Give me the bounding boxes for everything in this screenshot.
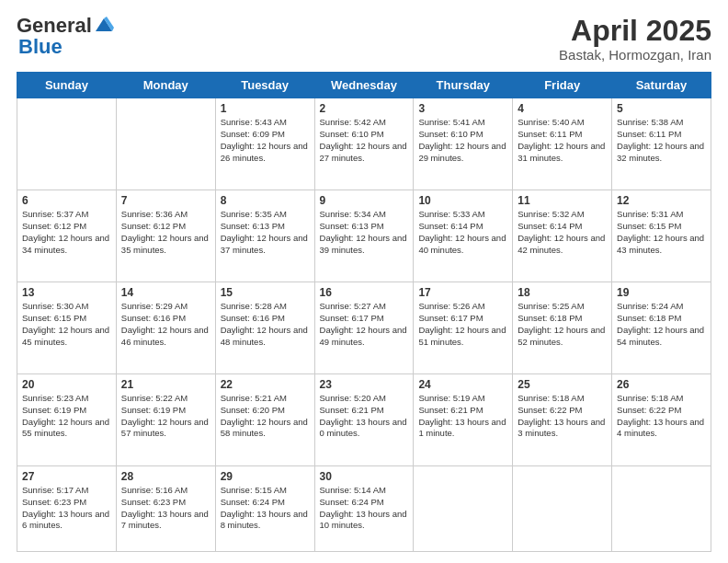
day-number: 23 xyxy=(320,378,409,391)
calendar-cell: 28Sunrise: 5:16 AM Sunset: 6:23 PM Dayli… xyxy=(116,466,215,552)
calendar-cell: 1Sunrise: 5:43 AM Sunset: 6:09 PM Daylig… xyxy=(215,98,314,190)
calendar-cell xyxy=(116,98,215,190)
calendar-cell xyxy=(17,98,117,190)
day-number: 11 xyxy=(518,194,607,207)
cell-info: Sunrise: 5:21 AM Sunset: 6:20 PM Dayligh… xyxy=(221,393,310,440)
calendar-cell: 11Sunrise: 5:32 AM Sunset: 6:14 PM Dayli… xyxy=(513,190,612,282)
day-number: 26 xyxy=(617,378,706,391)
calendar-header-row: SundayMondayTuesdayWednesdayThursdayFrid… xyxy=(17,73,711,98)
cell-info: Sunrise: 5:19 AM Sunset: 6:21 PM Dayligh… xyxy=(418,393,507,440)
calendar-header-sunday: Sunday xyxy=(17,73,117,98)
calendar-cell: 3Sunrise: 5:41 AM Sunset: 6:10 PM Daylig… xyxy=(414,98,513,190)
day-number: 28 xyxy=(121,470,210,483)
cell-info: Sunrise: 5:22 AM Sunset: 6:19 PM Dayligh… xyxy=(121,393,210,440)
cell-info: Sunrise: 5:36 AM Sunset: 6:12 PM Dayligh… xyxy=(121,209,210,256)
calendar-cell xyxy=(414,466,513,552)
calendar-header-friday: Friday xyxy=(513,73,612,98)
cell-info: Sunrise: 5:20 AM Sunset: 6:21 PM Dayligh… xyxy=(320,393,409,440)
calendar-cell: 25Sunrise: 5:18 AM Sunset: 6:22 PM Dayli… xyxy=(513,374,612,466)
calendar-cell xyxy=(513,466,612,552)
calendar-header-saturday: Saturday xyxy=(612,73,711,98)
day-number: 3 xyxy=(418,102,507,115)
day-number: 15 xyxy=(221,286,310,299)
calendar-week-3: 20Sunrise: 5:23 AM Sunset: 6:19 PM Dayli… xyxy=(17,374,711,466)
day-number: 8 xyxy=(221,194,310,207)
page: General Blue April 2025 Bastak, Hormozga… xyxy=(0,0,728,563)
day-number: 10 xyxy=(418,194,507,207)
day-number: 1 xyxy=(221,102,310,115)
day-number: 19 xyxy=(617,286,706,299)
calendar-cell: 30Sunrise: 5:14 AM Sunset: 6:24 PM Dayli… xyxy=(314,466,414,552)
calendar-cell: 21Sunrise: 5:22 AM Sunset: 6:19 PM Dayli… xyxy=(116,374,215,466)
calendar-header-thursday: Thursday xyxy=(414,73,513,98)
cell-info: Sunrise: 5:30 AM Sunset: 6:15 PM Dayligh… xyxy=(22,301,111,348)
calendar-cell: 19Sunrise: 5:24 AM Sunset: 6:18 PM Dayli… xyxy=(612,282,711,374)
calendar-cell: 7Sunrise: 5:36 AM Sunset: 6:12 PM Daylig… xyxy=(116,190,215,282)
calendar-cell: 20Sunrise: 5:23 AM Sunset: 6:19 PM Dayli… xyxy=(17,374,117,466)
calendar-cell: 6Sunrise: 5:37 AM Sunset: 6:12 PM Daylig… xyxy=(17,190,117,282)
calendar-cell: 16Sunrise: 5:27 AM Sunset: 6:17 PM Dayli… xyxy=(314,282,414,374)
calendar-cell: 14Sunrise: 5:29 AM Sunset: 6:16 PM Dayli… xyxy=(116,282,215,374)
day-number: 30 xyxy=(320,470,409,483)
cell-info: Sunrise: 5:18 AM Sunset: 6:22 PM Dayligh… xyxy=(518,393,607,440)
calendar-cell: 15Sunrise: 5:28 AM Sunset: 6:16 PM Dayli… xyxy=(215,282,314,374)
calendar-cell: 23Sunrise: 5:20 AM Sunset: 6:21 PM Dayli… xyxy=(314,374,414,466)
cell-info: Sunrise: 5:17 AM Sunset: 6:23 PM Dayligh… xyxy=(22,485,111,532)
calendar-cell: 27Sunrise: 5:17 AM Sunset: 6:23 PM Dayli… xyxy=(17,466,117,552)
cell-info: Sunrise: 5:26 AM Sunset: 6:17 PM Dayligh… xyxy=(418,301,507,348)
day-number: 27 xyxy=(22,470,111,483)
cell-info: Sunrise: 5:31 AM Sunset: 6:15 PM Dayligh… xyxy=(617,209,706,256)
day-number: 6 xyxy=(22,194,111,207)
cell-info: Sunrise: 5:29 AM Sunset: 6:16 PM Dayligh… xyxy=(121,301,210,348)
cell-info: Sunrise: 5:38 AM Sunset: 6:11 PM Dayligh… xyxy=(617,117,706,164)
calendar-week-2: 13Sunrise: 5:30 AM Sunset: 6:15 PM Dayli… xyxy=(17,282,711,374)
cell-info: Sunrise: 5:41 AM Sunset: 6:10 PM Dayligh… xyxy=(418,117,507,164)
logo-general-text: General xyxy=(17,16,92,36)
cell-info: Sunrise: 5:43 AM Sunset: 6:09 PM Dayligh… xyxy=(221,117,310,164)
day-number: 12 xyxy=(617,194,706,207)
cell-info: Sunrise: 5:27 AM Sunset: 6:17 PM Dayligh… xyxy=(320,301,409,348)
logo: General Blue xyxy=(17,15,114,57)
cell-info: Sunrise: 5:24 AM Sunset: 6:18 PM Dayligh… xyxy=(617,301,706,348)
calendar-cell: 18Sunrise: 5:25 AM Sunset: 6:18 PM Dayli… xyxy=(513,282,612,374)
cell-info: Sunrise: 5:14 AM Sunset: 6:24 PM Dayligh… xyxy=(320,485,409,532)
cell-info: Sunrise: 5:34 AM Sunset: 6:13 PM Dayligh… xyxy=(320,209,409,256)
calendar-cell: 24Sunrise: 5:19 AM Sunset: 6:21 PM Dayli… xyxy=(414,374,513,466)
calendar-cell: 22Sunrise: 5:21 AM Sunset: 6:20 PM Dayli… xyxy=(215,374,314,466)
cell-info: Sunrise: 5:23 AM Sunset: 6:19 PM Dayligh… xyxy=(22,393,111,440)
calendar-cell: 8Sunrise: 5:35 AM Sunset: 6:13 PM Daylig… xyxy=(215,190,314,282)
cell-info: Sunrise: 5:35 AM Sunset: 6:13 PM Dayligh… xyxy=(221,209,310,256)
cell-info: Sunrise: 5:40 AM Sunset: 6:11 PM Dayligh… xyxy=(518,117,607,164)
calendar-cell: 17Sunrise: 5:26 AM Sunset: 6:17 PM Dayli… xyxy=(414,282,513,374)
day-number: 13 xyxy=(22,286,111,299)
calendar-week-4: 27Sunrise: 5:17 AM Sunset: 6:23 PM Dayli… xyxy=(17,466,711,552)
month-title: April 2025 xyxy=(559,15,711,47)
cell-info: Sunrise: 5:18 AM Sunset: 6:22 PM Dayligh… xyxy=(617,393,706,440)
cell-info: Sunrise: 5:32 AM Sunset: 6:14 PM Dayligh… xyxy=(518,209,607,256)
header-right: April 2025 Bastak, Hormozgan, Iran xyxy=(559,15,711,63)
day-number: 25 xyxy=(518,378,607,391)
location: Bastak, Hormozgan, Iran xyxy=(559,47,711,63)
day-number: 14 xyxy=(121,286,210,299)
logo-blue-text: Blue xyxy=(18,37,114,57)
calendar-cell: 4Sunrise: 5:40 AM Sunset: 6:11 PM Daylig… xyxy=(513,98,612,190)
day-number: 5 xyxy=(617,102,706,115)
calendar-header-wednesday: Wednesday xyxy=(314,73,414,98)
calendar-week-1: 6Sunrise: 5:37 AM Sunset: 6:12 PM Daylig… xyxy=(17,190,711,282)
calendar-cell xyxy=(612,466,711,552)
calendar-cell: 5Sunrise: 5:38 AM Sunset: 6:11 PM Daylig… xyxy=(612,98,711,190)
calendar-week-0: 1Sunrise: 5:43 AM Sunset: 6:09 PM Daylig… xyxy=(17,98,711,190)
day-number: 18 xyxy=(518,286,607,299)
day-number: 2 xyxy=(320,102,409,115)
calendar-cell: 10Sunrise: 5:33 AM Sunset: 6:14 PM Dayli… xyxy=(414,190,513,282)
day-number: 24 xyxy=(418,378,507,391)
cell-info: Sunrise: 5:15 AM Sunset: 6:24 PM Dayligh… xyxy=(221,485,310,532)
cell-info: Sunrise: 5:28 AM Sunset: 6:16 PM Dayligh… xyxy=(221,301,310,348)
cell-info: Sunrise: 5:42 AM Sunset: 6:10 PM Dayligh… xyxy=(320,117,409,164)
calendar-cell: 26Sunrise: 5:18 AM Sunset: 6:22 PM Dayli… xyxy=(612,374,711,466)
calendar-cell: 29Sunrise: 5:15 AM Sunset: 6:24 PM Dayli… xyxy=(215,466,314,552)
cell-info: Sunrise: 5:25 AM Sunset: 6:18 PM Dayligh… xyxy=(518,301,607,348)
calendar-header-monday: Monday xyxy=(116,73,215,98)
cell-info: Sunrise: 5:16 AM Sunset: 6:23 PM Dayligh… xyxy=(121,485,210,532)
day-number: 9 xyxy=(320,194,409,207)
